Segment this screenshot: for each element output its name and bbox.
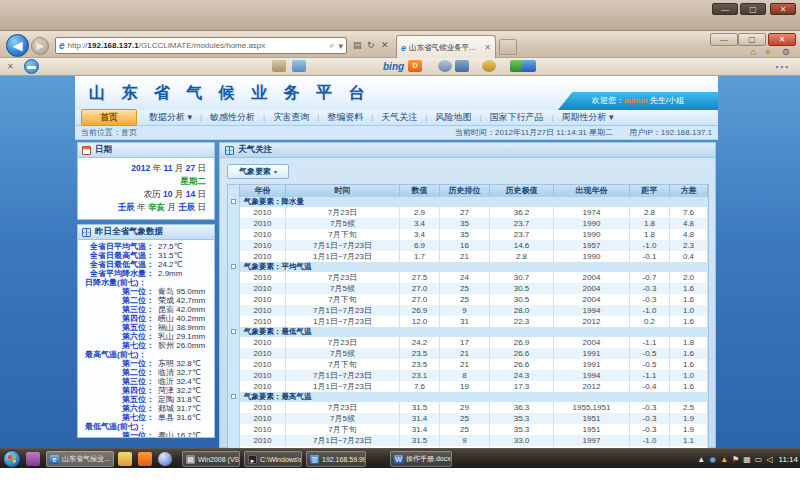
taskbar-window-4[interactable]: W操作手册.docx ... (390, 451, 452, 467)
browser-command-bar: ✕ bing D ••• (0, 58, 800, 76)
table-row[interactable]: 20107月下旬27.02530.52004-0.31.6 (228, 294, 708, 305)
group-checkbox[interactable] (231, 329, 236, 334)
user-ip: 用户IP：192.168.137.1 (629, 128, 712, 137)
group-checkbox[interactable] (231, 394, 236, 399)
display-icon[interactable]: ▭ (755, 455, 763, 464)
table-row[interactable]: 20101月1日~7月23日12.03122.320120.21.6 (228, 316, 708, 327)
more-options-icon[interactable]: ••• (776, 62, 790, 71)
tab-close-icon[interactable]: ✕ (484, 43, 491, 52)
taskbar-window-2[interactable]: ▸C:\Windows\s... (244, 451, 302, 467)
weather-section-label: 最高气温(前七)： (78, 350, 214, 359)
table-row[interactable]: 20101月1日~7月23日7.61917.32012-0.41.6 (228, 381, 708, 392)
weather-focus-icon (225, 146, 234, 155)
action-center-flag-icon[interactable]: ⚑ (732, 455, 739, 464)
table-row[interactable]: 20101月1日~7月23日1.7212.81990-0.10.4 (228, 251, 708, 262)
taskbar-window-icon: ▸ (248, 455, 257, 464)
weather-stat-row: 第六位：郯城 31.7℃ (78, 404, 214, 413)
gallery-icon[interactable] (455, 60, 469, 72)
nav-item-7[interactable]: 国家下行产品 (482, 111, 552, 124)
table-row[interactable]: 20107月1日~7月23日26.9928.01994-1.01.0 (228, 305, 708, 316)
table-row[interactable]: 20107月23日27.52430.72004-0.72.0 (228, 272, 708, 283)
dropdown-icon[interactable]: ▾ (338, 41, 343, 51)
main-menu: 首页数据分析 ▾|敏感性分析|灾害查询|整编资料|天气关注|风险地图|国家下行产… (75, 110, 718, 126)
explorer-folder-icon[interactable] (118, 452, 132, 466)
tray-network-app-icon[interactable]: ◉ (709, 455, 716, 464)
windows-flag-icon (8, 455, 16, 464)
calendar-panel-header: 日期 (78, 143, 214, 158)
plugin-icon-2[interactable] (522, 60, 536, 72)
settings-gear-icon[interactable]: ⚙ (782, 47, 790, 57)
media-player-icon[interactable] (158, 452, 172, 466)
new-tab-button[interactable] (499, 39, 517, 55)
table-row[interactable]: 20107月1日~7月23日23.1824.31994-1.11.0 (228, 370, 708, 381)
docin-icon[interactable]: D (408, 60, 422, 72)
table-row[interactable]: 20107月下旬3.43523.719901.84.8 (228, 229, 708, 240)
toolbar-close-icon[interactable]: ✕ (7, 62, 14, 71)
table-row[interactable]: 20107月下旬31.42535.31951-0.31.9 (228, 424, 708, 435)
bg-close-button[interactable]: ✕ (770, 3, 796, 15)
nav-item-0[interactable]: 首页 (81, 109, 137, 126)
nav-item-8[interactable]: 周期性分析 ▾ (554, 111, 622, 124)
blocked-addon-icon[interactable] (24, 59, 39, 74)
nav-item-5[interactable]: 天气关注 (373, 111, 425, 124)
system-tray: ▲ ◉ ▲ ⚑ ▦ ▭ ◁ 11:14 (697, 449, 798, 469)
nav-item-6[interactable]: 风险地图 (427, 111, 479, 124)
ie-maximize-button[interactable]: ▢ (738, 33, 766, 46)
back-button[interactable]: ◀ (6, 34, 29, 57)
taskbar-window-3[interactable]: ▥192.168.59.99... (306, 451, 366, 467)
refresh-icon[interactable]: ↻ (367, 40, 375, 50)
bg-minimize-button[interactable]: — (712, 3, 738, 15)
background-window-titlebar: — ▢ ✕ (0, 0, 800, 30)
group-checkbox[interactable] (231, 264, 236, 269)
table-row[interactable]: 20107月5候27.02530.52004-0.31.6 (228, 283, 708, 294)
nav-item-2[interactable]: 敏感性分析 (202, 111, 263, 124)
volume-icon[interactable]: ◁ (766, 455, 772, 464)
nav-item-4[interactable]: 整编资料 (319, 111, 371, 124)
url-host: 192.168.137.1 (88, 41, 139, 50)
username: admin (624, 96, 648, 105)
table-row[interactable]: 20107月1日~7月23日6.91614.61957-1.02.3 (228, 240, 708, 251)
taskbar-clock[interactable]: 11:14 (779, 455, 798, 464)
weather-section-label: 最低气温(前七)： (78, 422, 214, 431)
table-row[interactable]: 20107月23日2.92736.219742.87.6 (228, 207, 708, 218)
table-row[interactable]: 20107月5候3.43523.719901.84.8 (228, 218, 708, 229)
start-button[interactable] (3, 450, 21, 468)
tray-alert-icon[interactable]: ▲ (720, 455, 728, 464)
table-row[interactable]: 20107月下旬23.52126.61991-0.51.6 (228, 359, 708, 370)
table-row[interactable]: 20107月23日24.21726.92004-1.11.8 (228, 337, 708, 348)
favorites-star-icon[interactable]: ★ (764, 47, 772, 57)
bg-maximize-button[interactable]: ▢ (740, 3, 766, 15)
envelope-icon[interactable] (292, 60, 306, 72)
mail-card-icon[interactable] (272, 60, 286, 72)
address-bar[interactable]: e http://192.168.137.1/GLCCLIMATE/module… (55, 37, 347, 54)
browser-tab[interactable]: e 山东省气候业务平... ✕ (396, 35, 496, 59)
table-row[interactable]: 20107月1日~7月23日31.5933.01997-1.01.1 (228, 435, 708, 446)
taskbar-window-0[interactable]: e山东省气候业... (46, 451, 114, 467)
forward-button[interactable]: ▶ (31, 37, 49, 55)
yesterday-panel-header: 昨日全省气象数据 (78, 225, 214, 240)
bing-logo[interactable]: bing (383, 61, 404, 72)
element-dropdown-button[interactable]: 气象要素▾ (227, 164, 289, 179)
tray-expand-icon[interactable]: ▲ (697, 455, 705, 464)
paw-icon[interactable] (482, 60, 496, 72)
compatibility-icon[interactable]: ▤ (353, 40, 362, 50)
table-row[interactable]: 20107月5候31.42535.31951-0.31.9 (228, 413, 708, 424)
taskbar-window-icon: W (394, 455, 403, 464)
ie-minimize-button[interactable]: — (710, 33, 738, 46)
nav-item-1[interactable]: 数据分析 ▾ (141, 111, 200, 124)
ie-close-button[interactable]: ✕ (768, 33, 796, 46)
pinned-orange-app-icon[interactable] (138, 452, 152, 466)
camera-icon[interactable] (438, 60, 452, 72)
search-icon[interactable]: ⌕ (329, 40, 334, 51)
table-row[interactable]: 20107月23日31.52936.31955,1951-0.32.5 (228, 402, 708, 413)
nav-item-3[interactable]: 灾害查询 (265, 111, 317, 124)
table-row[interactable]: 20107月5候23.52126.61991-0.51.6 (228, 348, 708, 359)
pinned-app-icon[interactable] (26, 452, 40, 466)
network-icon[interactable]: ▦ (743, 455, 751, 464)
column-header-5: 出现年份 (554, 185, 630, 197)
stop-icon[interactable]: ✕ (381, 40, 389, 50)
group-checkbox[interactable] (231, 199, 236, 204)
home-icon[interactable]: ⌂ (751, 47, 756, 57)
taskbar-window-1[interactable]: ▤Win2008 (VS2... (182, 451, 240, 467)
tab-favicon: e (401, 43, 406, 53)
